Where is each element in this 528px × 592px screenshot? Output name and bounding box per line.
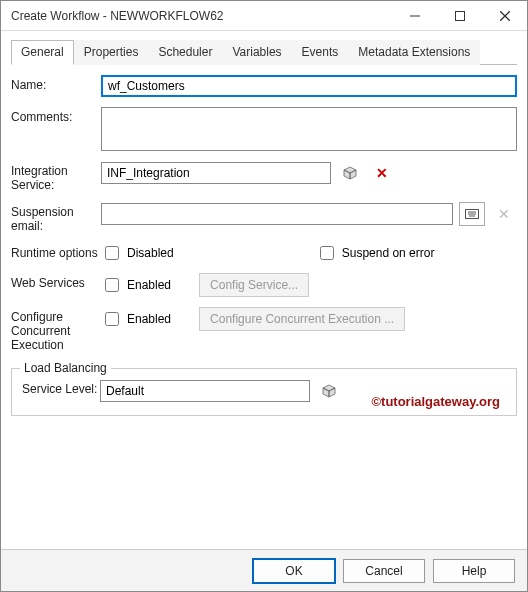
email-keyboard-button[interactable] (459, 202, 485, 226)
integration-service-input[interactable] (101, 162, 331, 184)
label-integration-service: Integration Service: (11, 161, 101, 192)
dialog-body: General Properties Scheduler Variables E… (1, 31, 527, 549)
window-title: Create Workflow - NEWWORKFLOW62 (11, 9, 392, 23)
minimize-button[interactable] (392, 1, 437, 30)
email-clear-button[interactable]: ✕ (491, 202, 517, 226)
name-input[interactable] (101, 75, 517, 97)
cube-icon (342, 165, 358, 181)
browse-service-level-button[interactable] (316, 379, 342, 403)
configure-concurrent-button[interactable]: Configure Concurrent Execution ... (199, 307, 405, 331)
tab-properties[interactable]: Properties (74, 40, 149, 65)
label-name: Name: (11, 75, 101, 92)
tab-variables[interactable]: Variables (222, 40, 291, 65)
label-suspension-email: Suspension email: (11, 202, 101, 233)
config-service-button[interactable]: Config Service... (199, 273, 309, 297)
suspension-email-input[interactable] (101, 203, 453, 225)
ok-button[interactable]: OK (253, 559, 335, 583)
titlebar: Create Workflow - NEWWORKFLOW62 (1, 1, 527, 31)
maximize-button[interactable] (437, 1, 482, 30)
concurrent-enabled-checkbox[interactable]: Enabled (101, 309, 171, 329)
load-balancing-legend: Load Balancing (20, 361, 111, 375)
clear-service-button[interactable]: ✕ (369, 161, 395, 185)
svg-rect-1 (455, 11, 464, 20)
browse-service-button[interactable] (337, 161, 363, 185)
label-service-level: Service Level: (22, 379, 100, 396)
x-icon: ✕ (376, 165, 388, 181)
tab-metadata-extensions[interactable]: Metadata Extensions (348, 40, 480, 65)
disabled-checkbox[interactable]: Disabled (101, 243, 174, 263)
close-button[interactable] (482, 1, 527, 30)
cancel-button[interactable]: Cancel (343, 559, 425, 583)
label-runtime-options: Runtime options (11, 243, 101, 260)
keyboard-icon (465, 209, 479, 219)
tab-events[interactable]: Events (292, 40, 349, 65)
tab-scheduler[interactable]: Scheduler (148, 40, 222, 65)
x-disabled-icon: ✕ (498, 206, 510, 222)
help-button[interactable]: Help (433, 559, 515, 583)
cube-icon (321, 383, 337, 399)
watermark-text: ©tutorialgateway.org (371, 394, 500, 409)
dialog-footer: OK Cancel Help (1, 549, 527, 591)
label-comments: Comments: (11, 107, 101, 124)
label-concurrent-execution: Configure Concurrent Execution (11, 307, 101, 352)
service-level-input[interactable] (100, 380, 310, 402)
web-enabled-checkbox[interactable]: Enabled (101, 275, 171, 295)
label-web-services: Web Services (11, 273, 101, 290)
comments-textarea[interactable] (101, 107, 517, 151)
tab-general[interactable]: General (11, 40, 74, 65)
tab-strip: General Properties Scheduler Variables E… (11, 39, 517, 65)
suspend-on-error-checkbox[interactable]: Suspend on error (316, 243, 435, 263)
